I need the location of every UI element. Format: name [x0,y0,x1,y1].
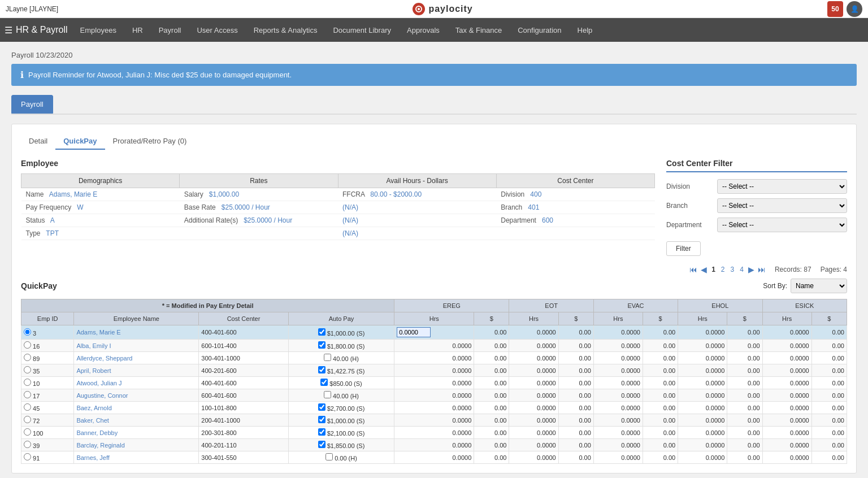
qp-ehol-d: 0.00 [748,367,760,374]
emp-salary-link[interactable]: $1,000.00 [209,190,239,198]
pg-next[interactable]: ▶ [748,265,754,274]
ffcra-label: FFCRA [342,190,368,198]
qp-esick-d: 0.00 [832,405,844,411]
sort-by-select[interactable]: Name Emp ID Cost Center [791,279,847,293]
nav-item-reports[interactable]: Reports & Analytics [246,18,326,42]
qp-radio[interactable] [24,441,31,448]
nav-item-useraccess[interactable]: User Access [189,18,245,42]
nav-item-taxfinance[interactable]: Tax & Finance [448,18,510,42]
nav-item-approvals[interactable]: Approvals [399,18,448,42]
qp-evac-h-cell: 0.0000 [593,389,643,402]
qp-autopay-checkbox[interactable] [324,391,331,398]
qp-name-link[interactable]: Atwood, Julian J [76,380,121,386]
qp-autopay-checkbox[interactable] [320,379,328,386]
pg-last[interactable]: ⏭ [758,265,766,274]
qp-ereg-hrs-input[interactable] [397,327,431,337]
qp-radio[interactable] [24,354,31,361]
qp-autopay-checkbox[interactable] [318,328,326,336]
qp-name-link[interactable]: Allerdyce, Sheppard [76,355,132,362]
qp-radio[interactable] [24,391,31,398]
addlrate-link[interactable]: $25.0000 / Hour [244,216,292,224]
qp-autopay-checkbox[interactable] [318,341,326,349]
nav-item-help[interactable]: Help [570,18,601,42]
ffcra-na1-link[interactable]: (N/A) [342,203,358,211]
payfreq-link[interactable]: W [77,203,83,211]
qp-evac-h-cell: 0.0000 [593,340,643,352]
qp-esick-d: 0.00 [832,355,844,362]
qp-evac-h-cell: 0.0000 [593,439,643,451]
qp-name-link[interactable]: Alba, Emily I [76,342,111,349]
qp-radio[interactable] [24,416,31,423]
qp-evac-h: 0.0000 [621,405,640,411]
qp-radio[interactable] [24,366,31,373]
notification-badge[interactable]: 50 [827,1,843,17]
qp-autopay-checkbox[interactable] [318,441,326,448]
qp-name-link[interactable]: Baker, Chet [76,417,108,424]
qp-name-link[interactable]: April, Robert [76,367,111,374]
qp-radio[interactable] [24,428,31,436]
qp-name-link[interactable]: Augustine, Connor [76,392,128,399]
qp-evac-h: 0.0000 [621,329,640,336]
qp-radio[interactable] [24,341,31,349]
tab-container: Payroll [11,95,857,115]
ccf-department-select[interactable]: -- Select -- [717,218,847,232]
tab-prorated[interactable]: Prorated/Retro Pay (0) [105,133,195,150]
pg-2[interactable]: 2 [720,266,726,273]
pg-1[interactable]: 1 [710,266,717,273]
nav-item-configuration[interactable]: Configuration [510,18,569,42]
filter-button[interactable]: Filter [666,241,701,256]
qp-esick-h: 0.0000 [790,392,809,399]
qp-name-link[interactable]: Barnes, Jeff [76,454,110,461]
status-link[interactable]: A [50,216,55,224]
qp-row: 39 Barclay, Reginald 400-201-110 $1,850.… [21,439,847,451]
type-link[interactable]: TPT [46,229,59,237]
qp-ereg-hrs-cell[interactable] [394,325,474,340]
qp-eot-d: 0.00 [579,355,591,362]
qp-name-link[interactable]: Barclay, Reginald [76,442,124,449]
emp-salary-label: Salary [184,190,207,198]
baserate-link[interactable]: $25.0000 / Hour [222,203,270,211]
ffcra-range-link[interactable]: 80.00 - $2000.00 [370,190,422,198]
qp-autopay-checkbox[interactable] [326,453,333,460]
ffcra-na3-link[interactable]: (N/A) [342,229,358,237]
nav-item-hr[interactable]: HR [124,18,151,42]
dept-link[interactable]: 600 [542,216,553,224]
ccf-branch-select[interactable]: -- Select -- [717,198,847,213]
th-demographics: Demographics [21,174,180,188]
tab-payroll[interactable]: Payroll [11,95,53,114]
ccf-division-select[interactable]: -- Select -- [717,179,847,194]
tab-quickpay[interactable]: QuickPay [55,133,105,150]
pg-3[interactable]: 3 [730,266,736,273]
qp-autopay-checkbox[interactable] [318,428,326,436]
qp-name-link[interactable]: Adams, Marie E [76,329,120,336]
qp-name-link[interactable]: Banner, Debby [76,429,118,436]
emp-name-link[interactable]: Adams, Marie E [49,190,97,198]
div-link[interactable]: 400 [530,190,541,198]
pg-4[interactable]: 4 [739,266,745,273]
emp-ffcra-na3-cell: (N/A) [338,227,496,240]
qp-evac-h: 0.0000 [621,429,640,436]
qp-name-link[interactable]: Baez, Arnold [76,405,111,411]
nav-item-employees[interactable]: Employees [72,18,124,42]
nav-item-payroll[interactable]: Payroll [151,18,189,42]
qp-autopay-checkbox[interactable] [324,354,331,361]
tab-detail[interactable]: Detail [21,133,55,150]
qp-autopay-checkbox[interactable] [318,403,326,411]
qp-evac-h: 0.0000 [621,392,640,399]
qp-autopay-checkbox[interactable] [318,366,326,373]
hamburger-menu[interactable]: ☰ HR & Payroll [5,25,68,36]
th-evac-hrs: Hrs [593,312,643,325]
user-avatar[interactable]: 👤 [847,1,862,17]
qp-radio[interactable] [24,379,31,386]
qp-radio[interactable] [24,403,31,411]
qp-autopay-checkbox[interactable] [318,416,326,423]
qp-radio[interactable] [24,328,31,336]
pg-first[interactable]: ⏮ [689,265,697,274]
nav-item-documents[interactable]: Document Library [325,18,399,42]
qp-ehol-h: 0.0000 [706,417,725,424]
pg-prev[interactable]: ◀ [701,265,707,274]
branch-link[interactable]: 401 [528,203,539,211]
ffcra-na2-link[interactable]: (N/A) [342,216,358,224]
qp-radio[interactable] [24,453,31,460]
logo-area: paylocity [413,3,472,15]
